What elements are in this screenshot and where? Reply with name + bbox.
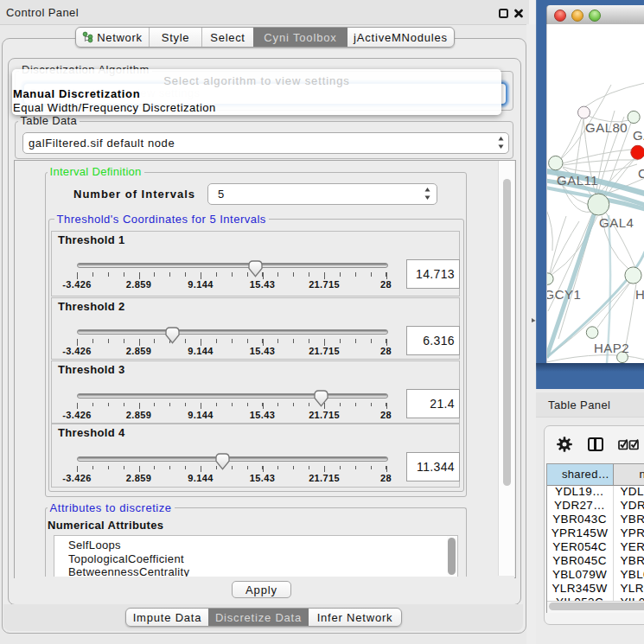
svg-text:C: C: [638, 166, 644, 181]
svg-text:GAL4: GAL4: [599, 215, 634, 230]
svg-text:H: H: [635, 287, 644, 302]
svg-text:GAL80: GAL80: [585, 120, 628, 135]
svg-text:GAL11: GAL11: [557, 173, 598, 188]
svg-text:GA: GA: [633, 128, 644, 143]
svg-text:GCY1: GCY1: [546, 287, 581, 302]
svg-text:HAP2: HAP2: [594, 341, 629, 355]
